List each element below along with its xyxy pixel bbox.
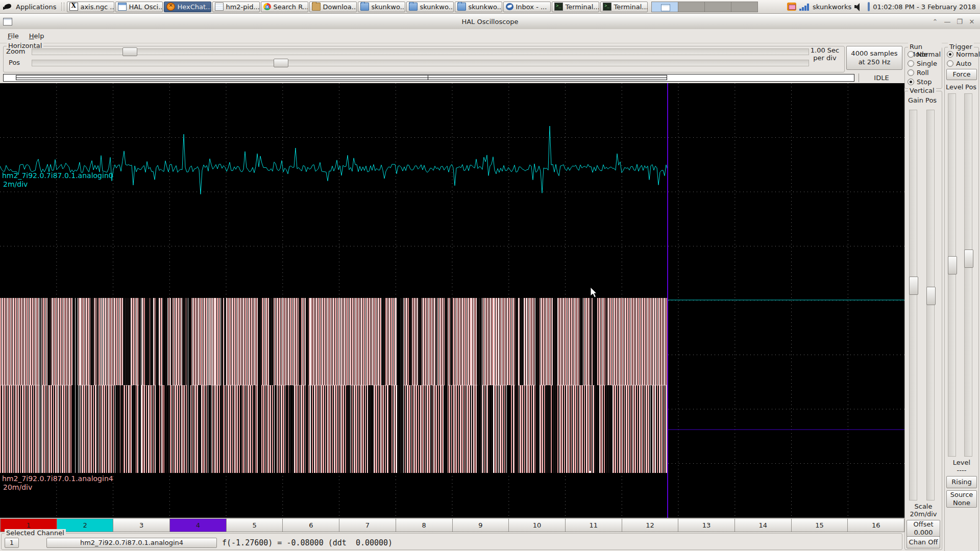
applications-menu[interactable]: Applications [2, 1, 60, 13]
channel-button-5[interactable]: 5 [227, 518, 283, 532]
xdoc-icon [69, 3, 78, 11]
gain-slider-handle[interactable] [909, 277, 918, 295]
sec-per-div-label: 1.00 Secper div [806, 46, 843, 62]
run-mode-radio-normal[interactable] [908, 51, 914, 58]
task-button[interactable]: Search R... [261, 2, 308, 12]
chan-off-button[interactable]: Chan Off [906, 536, 940, 548]
task-button-label: Terminal... [614, 3, 648, 11]
folderblue-icon [409, 3, 418, 11]
channel2-name-label: hm2_7i92.0.7i87.0.1.analogin0 [2, 171, 113, 180]
task-button-label: Inbox - ... [516, 3, 547, 11]
channel-button-16[interactable]: 16 [848, 518, 904, 532]
pos-slider-handle[interactable] [274, 59, 288, 67]
run-mode-option-roll[interactable]: Roll [908, 69, 929, 76]
run-mode-option-stop[interactable]: Stop [908, 78, 932, 85]
task-button[interactable]: skunkwo... [406, 2, 454, 12]
applications-label: Applications [16, 3, 56, 11]
taskbar: Applications axis.ngc ...HAL Osci...HexC… [0, 0, 980, 14]
channel-button-10[interactable]: 10 [509, 518, 566, 532]
window-title: HAL Oscilloscope [0, 18, 980, 26]
task-button[interactable]: Inbox - ... [503, 2, 551, 12]
gain-slider[interactable] [909, 110, 917, 500]
run-mode-option-single[interactable]: Single [908, 60, 937, 67]
task-button-label: Search R... [273, 3, 308, 11]
task-button-label: axis.ngc ... [80, 3, 114, 11]
vertical-pos-label: Pos [925, 96, 937, 104]
offset-button[interactable]: Offset0.000 [906, 520, 940, 537]
thunderbird-icon [506, 3, 513, 10]
channel-button-15[interactable]: 15 [792, 518, 848, 532]
channel-value-readout: f(-1.27600) = -0.08000 (ddt 0.00000) [222, 538, 393, 547]
vertical-pos-slider-handle[interactable] [926, 287, 936, 305]
channel-button-14[interactable]: 14 [735, 518, 792, 532]
channel-button-7[interactable]: 7 [339, 518, 396, 532]
channel-button-4[interactable]: 4 [170, 518, 227, 532]
samples-button[interactable]: 4000 samplesat 250 Hz [846, 46, 902, 70]
workspace-cell-2[interactable] [678, 2, 705, 12]
run-mode-radio-single[interactable] [908, 60, 914, 67]
edge-button[interactable]: Rising [946, 476, 977, 488]
titlebar[interactable]: HAL Oscilloscope ⌃ — ❐ ✕ [0, 14, 980, 30]
trigger-option-auto[interactable]: Auto [947, 60, 971, 67]
task-button-list: axis.ngc ...HAL Osci...HexChat...hm2-pid… [67, 2, 648, 12]
horizontal-scrollbar-range[interactable] [16, 75, 667, 80]
task-button[interactable]: skunkwo... [358, 2, 405, 12]
task-button[interactable]: HAL Osci... [115, 2, 163, 12]
vertical-group-label: Vertical [908, 87, 936, 94]
channel2-trace [0, 126, 668, 194]
gain-label: Gain [908, 96, 923, 104]
zoom-slider-handle[interactable] [122, 47, 137, 56]
run-mode-option-normal[interactable]: Normal [908, 51, 941, 58]
trigger-radio-normal[interactable] [947, 51, 953, 58]
mail-notification-icon[interactable] [787, 3, 796, 11]
trigger-option-normal[interactable]: Normal [947, 51, 980, 58]
workspace-cell-1[interactable] [651, 2, 678, 12]
trigger-radio-auto[interactable] [947, 60, 953, 67]
workspace-cell-3[interactable] [704, 2, 731, 12]
run-mode-radio-roll[interactable] [908, 69, 914, 76]
task-button[interactable]: hm2-pid... [212, 2, 260, 12]
channel2-scale-label: 2m/div [3, 180, 28, 188]
source-button[interactable]: SourceNone [946, 490, 977, 508]
trigger-level-slider-handle[interactable] [948, 256, 957, 274]
trigger-pos-slider[interactable] [964, 93, 972, 457]
vertical-pos-slider[interactable] [926, 110, 935, 500]
force-button[interactable]: Force [946, 69, 977, 80]
volume-icon[interactable] [854, 3, 865, 11]
menu-file[interactable]: File [3, 31, 23, 41]
network-signal-icon[interactable] [799, 3, 810, 11]
channel-button-13[interactable]: 13 [678, 518, 735, 532]
selected-channel-group: Selected Channel 1 hm2_7i92.0.7i87.0.1.a… [1, 533, 902, 550]
task-button[interactable]: Terminal... [600, 2, 648, 12]
selected-channel-number[interactable]: 1 [5, 538, 19, 548]
task-button[interactable]: HexChat... [164, 2, 211, 12]
task-button[interactable]: skunkwo... [455, 2, 502, 12]
folderblue-icon [457, 3, 466, 11]
run-mode-radio-stop[interactable] [908, 79, 914, 85]
vertical-group: Vertical Gain Pos Scale20m/div Offset0.0… [904, 91, 942, 550]
pos-slider[interactable] [32, 60, 809, 66]
zoom-slider[interactable] [32, 48, 809, 55]
textdoc-icon [215, 3, 224, 11]
menu-help[interactable]: Help [24, 31, 49, 41]
scope-display[interactable]: hm2_7i92.0.7i87.0.1.analogin0 2m/div hm2… [0, 83, 904, 518]
horizontal-scrollbar[interactable] [3, 74, 854, 82]
channel1-name-label: hm2_7i92.0.7i87.0.1.analogin4 [2, 474, 113, 483]
task-button[interactable]: Downloa... [309, 2, 357, 12]
selected-channel-name-button[interactable]: hm2_7i92.0.7i87.0.1.analogin4 [46, 538, 217, 548]
workspace-cell-4[interactable] [731, 2, 758, 12]
channel-button-6[interactable]: 6 [283, 518, 339, 532]
menubar: FileHelp [0, 29, 980, 43]
hostname-label: skunkworks [813, 3, 851, 11]
channel-button-3[interactable]: 3 [113, 518, 170, 532]
channel-button-12[interactable]: 12 [622, 518, 679, 532]
channel-button-9[interactable]: 9 [453, 518, 509, 532]
channel-button-8[interactable]: 8 [396, 518, 453, 532]
trigger-pos-slider-handle[interactable] [964, 249, 973, 268]
task-button[interactable]: Terminal... [552, 2, 599, 12]
level-label: Level [946, 83, 963, 91]
channel-button-11[interactable]: 11 [566, 518, 622, 532]
task-button-label: HAL Osci... [129, 3, 163, 11]
task-button[interactable]: axis.ngc ... [67, 2, 114, 12]
trigger-level-slider[interactable] [948, 93, 956, 457]
